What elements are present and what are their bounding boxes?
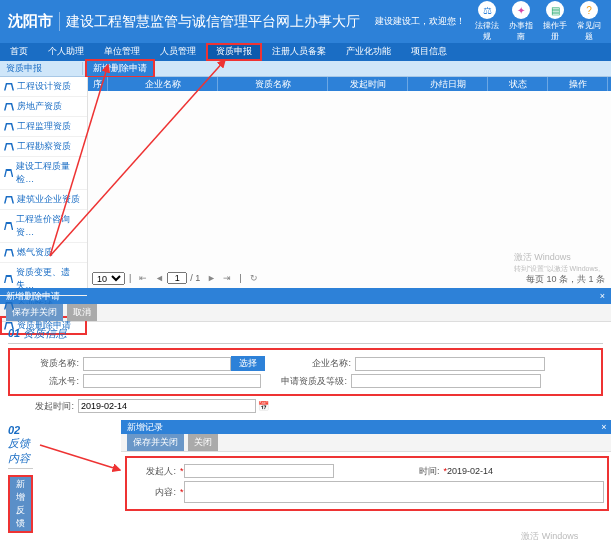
sidebar-item-2[interactable]: 工程监理资质 [0, 117, 87, 137]
initiator-label: 发起人: [130, 465, 180, 478]
menu-tab-0[interactable]: 首页 [0, 43, 38, 61]
guide-icon[interactable]: ✦办事指南 [507, 1, 535, 42]
serial-input[interactable] [83, 374, 261, 388]
qual-name-input[interactable] [83, 357, 231, 371]
time-label: 时间: [334, 465, 444, 478]
sidebar-item-7[interactable]: 燃气资质 [0, 243, 87, 263]
pager-last[interactable]: ⇥ [220, 271, 234, 285]
time-value: 2019-02-14 [447, 466, 493, 476]
page-size-select[interactable]: 10 [92, 272, 125, 285]
city-label: 沈阳市 [8, 12, 60, 31]
pager-refresh[interactable]: ↻ [247, 271, 261, 285]
company-name-input[interactable] [355, 357, 545, 371]
serial-label: 流水号: [13, 375, 83, 388]
sidebar-item-5[interactable]: 建筑业企业资质 [0, 190, 87, 210]
cancel-button[interactable]: 取消 [67, 304, 97, 321]
col-header: 资质名称 [218, 77, 328, 91]
select-button[interactable]: 选择 [231, 356, 265, 371]
col-header: 操作 [548, 77, 608, 91]
law-icon[interactable]: ⚖法律法规 [473, 1, 501, 42]
folder-icon [4, 196, 14, 204]
col-header: 序 [88, 77, 108, 91]
start-time-label: 发起时间: [8, 400, 78, 413]
pager-prev[interactable]: ◄ [152, 271, 166, 285]
new-feedback-button[interactable]: 新增反馈 [8, 475, 33, 533]
sidebar: 工程设计资质房地产资质工程监理资质工程勘察资质建设工程质量检…建筑业企业资质工程… [0, 77, 88, 288]
folder-icon [4, 249, 14, 257]
menu-tab-4[interactable]: 资质申报 [206, 43, 262, 61]
section-2-header: 02 反馈内容 [8, 424, 33, 469]
folder-icon [4, 169, 13, 177]
content-label: 内容: [130, 486, 180, 499]
menu-tab-5[interactable]: 注册人员备案 [262, 43, 336, 61]
new-delete-request-button[interactable]: 新增删除申请 [85, 59, 155, 78]
qual-level-input[interactable] [351, 374, 541, 388]
company-name-label: 企业名称: [265, 357, 355, 370]
app-title: 建设工程智慧监管与诚信管理平台网上办事大厅 [66, 13, 375, 31]
table-header: 序企业名称资质名称发起时间办结日期状态操作 [88, 77, 611, 91]
folder-icon [4, 103, 14, 111]
pager-page-input[interactable] [167, 272, 187, 284]
pager-summary: 每页 10 条，共 1 条 [526, 273, 605, 286]
folder-icon [4, 123, 14, 131]
qual-level-label: 申请资质及等级: [261, 375, 351, 388]
sidebar-item-4[interactable]: 建设工程质量检… [0, 157, 87, 190]
modal-title: 新增删除申请 [6, 290, 60, 303]
menu-tab-3[interactable]: 人员管理 [150, 43, 206, 61]
manual-icon[interactable]: ▤操作手册 [541, 1, 569, 42]
modal-close-icon[interactable]: × [600, 291, 605, 301]
inner-modal-title: 新增记录 [127, 421, 163, 434]
section-1-header: 01 资质信息 [8, 326, 603, 344]
watermark-2: 激活 Windows转到"设置"以激活 Windows。 [521, 530, 611, 540]
folder-icon [4, 275, 13, 283]
inner-close-button[interactable]: 关闭 [188, 434, 218, 451]
folder-icon [4, 222, 13, 230]
start-time-input[interactable] [78, 399, 256, 413]
col-header: 企业名称 [108, 77, 218, 91]
sidebar-item-0[interactable]: 工程设计资质 [0, 77, 87, 97]
save-close-button[interactable]: 保存并关闭 [6, 304, 63, 321]
strip-label: 资质申报 [6, 62, 83, 75]
pager-first[interactable]: ⇤ [136, 271, 150, 285]
col-header: 状态 [488, 77, 548, 91]
inner-save-button[interactable]: 保存并关闭 [127, 434, 184, 451]
content-input[interactable] [184, 481, 604, 503]
initiator-input[interactable] [184, 464, 334, 478]
sidebar-item-1[interactable]: 房地产资质 [0, 97, 87, 117]
sidebar-item-3[interactable]: 工程勘察资质 [0, 137, 87, 157]
pager-next[interactable]: ► [204, 271, 218, 285]
folder-icon [4, 83, 14, 91]
qual-name-label: 资质名称: [13, 357, 83, 370]
menu-tab-6[interactable]: 产业化功能 [336, 43, 401, 61]
col-header: 办结日期 [408, 77, 488, 91]
inner-close-icon[interactable]: × [601, 422, 606, 432]
faq-icon[interactable]: ?常见问题 [575, 1, 603, 42]
col-header: 发起时间 [328, 77, 408, 91]
calendar-icon[interactable]: 📅 [256, 401, 270, 411]
folder-icon [4, 143, 14, 151]
welcome-text: 建设建设工，欢迎您！ [375, 15, 465, 28]
sidebar-item-6[interactable]: 工程造价咨询资… [0, 210, 87, 243]
menu-tab-7[interactable]: 项目信息 [401, 43, 457, 61]
